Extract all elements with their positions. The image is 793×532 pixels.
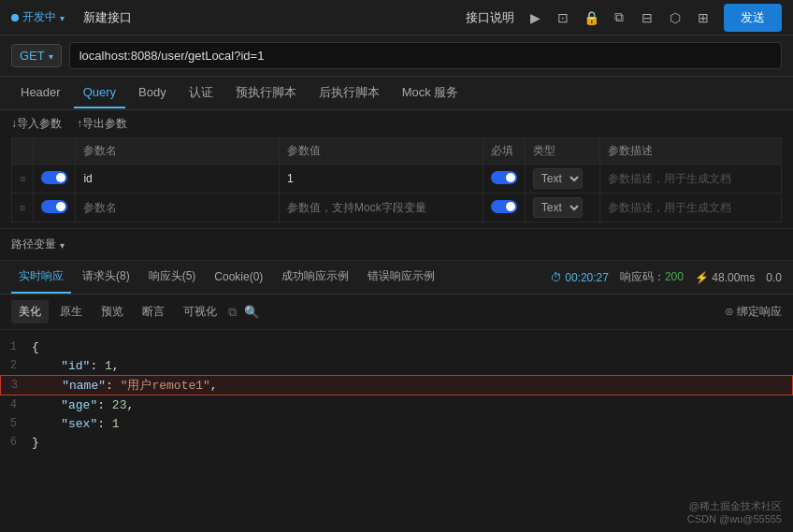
response-tabs: 实时响应 请求头(8) 响应头(5) Cookie(0) 成功响应示例 错误响应…	[0, 261, 793, 295]
path-vars-chevron-icon	[60, 238, 65, 252]
url-input[interactable]	[69, 42, 782, 69]
param-value-input-2[interactable]	[287, 201, 475, 214]
play-icon[interactable]: ▶	[526, 8, 544, 27]
drag-icon: ≡	[20, 173, 25, 184]
table-row: ≡ Text 参数描述，用于生成文档	[12, 194, 782, 223]
param-desc-1: 参数描述，用于生成文档	[608, 172, 731, 185]
tab-post-script[interactable]: 后执行脚本	[310, 77, 389, 110]
required-toggle-2[interactable]	[491, 200, 517, 213]
tab-cookie[interactable]: Cookie(0)	[207, 263, 270, 293]
attribution-line1: @稀土掘金技术社区	[687, 499, 782, 513]
row2-value[interactable]	[280, 194, 483, 223]
dev-badge[interactable]: 开发中	[11, 9, 65, 25]
toggle-switch-2[interactable]	[41, 200, 67, 213]
layout-icon[interactable]: ⊡	[554, 8, 572, 27]
row2-name[interactable]	[76, 194, 280, 223]
json-line-4: 4 "age": 23,	[0, 395, 793, 414]
path-vars-label: 路径变量	[11, 237, 56, 252]
tab-request-headers[interactable]: 请求头(8)	[75, 261, 137, 294]
json-content-3: "name": "用户remote1",	[29, 377, 792, 394]
url-bar: GET	[0, 36, 793, 77]
tab-success-example[interactable]: 成功响应示例	[274, 261, 356, 294]
col-required: 必填	[483, 138, 525, 165]
row1-value[interactable]	[280, 165, 483, 194]
path-vars-toggle[interactable]: 路径变量	[11, 237, 782, 252]
row2-desc[interactable]: 参数描述，用于生成文档	[599, 194, 781, 223]
bind-display-button[interactable]: ⊙ 绑定响应	[725, 304, 782, 320]
view-tab-raw[interactable]: 原生	[52, 300, 90, 324]
view-tab-visual[interactable]: 可视化	[176, 300, 224, 324]
view-tab-beautify[interactable]: 美化	[11, 300, 49, 324]
tab-header[interactable]: Header	[11, 78, 70, 108]
copy-icon[interactable]: ⧉	[610, 8, 628, 27]
response-time: ⏱ 00:20:27	[551, 271, 609, 284]
row2-drag: ≡	[12, 194, 34, 223]
row2-required[interactable]	[483, 194, 525, 223]
col-toggle	[34, 138, 76, 165]
toggle-switch-1[interactable]	[41, 171, 67, 184]
type-select-1[interactable]: Text	[533, 168, 583, 189]
col-param-name: 参数名	[76, 138, 280, 165]
param-name-input-2[interactable]	[83, 201, 271, 214]
tab-response-headers[interactable]: 响应头(5)	[141, 261, 204, 294]
response-meta: ⏱ 00:20:27 响应码：200 ⚡ 48.00ms 0.0	[551, 269, 782, 285]
send-button[interactable]: 发送	[724, 4, 782, 32]
view-extra-icons: ⧉ 🔍	[228, 305, 259, 320]
tab-realtime[interactable]: 实时响应	[11, 261, 71, 294]
line-num-2: 2	[0, 359, 28, 372]
row1-toggle[interactable]	[34, 165, 76, 194]
required-toggle-1[interactable]	[491, 171, 517, 184]
copy-response-icon[interactable]: ⧉	[228, 305, 237, 320]
type-select-2[interactable]: Text	[533, 197, 583, 218]
attribution: @稀土掘金技术社区 CSDN @wu@55555	[687, 499, 782, 525]
response-extra: 0.0	[766, 271, 782, 284]
time-value: 00:20:27	[565, 271, 609, 284]
tab-error-example[interactable]: 错误响应示例	[360, 261, 442, 294]
tab-mock[interactable]: Mock 服务	[393, 77, 469, 110]
row2-toggle[interactable]	[34, 194, 76, 223]
view-tabs: 美化 原生 预览 断言 可视化 ⧉ 🔍 ⊙ 绑定响应	[0, 295, 793, 330]
col-drag	[12, 138, 34, 165]
export-params-button[interactable]: ↑导出参数	[77, 116, 127, 132]
search-icon[interactable]: 🔍	[244, 305, 259, 319]
dev-chevron-icon	[60, 11, 65, 24]
line-num-3: 3	[1, 379, 29, 392]
json-viewer: 1 { 2 "id": 1, 3 "name": "用户remote1", 4 …	[0, 330, 793, 459]
new-interface-button[interactable]: 新建接口	[76, 7, 139, 29]
json-line-1: 1 {	[0, 338, 793, 356]
row1-desc[interactable]: 参数描述，用于生成文档	[599, 165, 781, 194]
tab-body[interactable]: Body	[129, 78, 176, 108]
json-content-2: "id": 1,	[28, 359, 793, 373]
row1-type[interactable]: Text	[525, 165, 599, 194]
col-param-value: 参数值	[280, 138, 483, 165]
import-params-button[interactable]: ↓导入参数	[11, 116, 62, 132]
method-selector[interactable]: GET	[11, 44, 62, 67]
line-num-5: 5	[0, 417, 28, 430]
lock-icon[interactable]: 🔒	[582, 8, 600, 27]
row1-required[interactable]	[483, 165, 525, 194]
response-code: 响应码：200	[620, 269, 684, 285]
tab-query[interactable]: Query	[74, 78, 125, 108]
response-size: ⚡ 48.00ms	[695, 271, 755, 284]
view-tab-assert[interactable]: 断言	[135, 300, 172, 324]
minus-icon[interactable]: ⊟	[638, 8, 656, 27]
row1-drag: ≡	[12, 165, 34, 194]
view-tab-preview[interactable]: 预览	[94, 300, 131, 324]
row1-name[interactable]	[76, 165, 280, 194]
attribution-line2: CSDN @wu@55555	[687, 513, 782, 525]
nav-tabs: Header Query Body 认证 预执行脚本 后执行脚本 Mock 服务	[0, 77, 793, 110]
param-name-input-1[interactable]	[83, 172, 271, 185]
param-value-input-1[interactable]	[287, 172, 475, 185]
grid-icon[interactable]: ⊞	[694, 8, 713, 27]
row2-type[interactable]: Text	[525, 194, 599, 223]
tab-pre-script[interactable]: 预执行脚本	[226, 77, 306, 110]
json-content-6: }	[28, 436, 793, 450]
top-icons: ▶ ⊡ 🔒 ⧉ ⊟ ⬡ ⊞	[526, 8, 713, 27]
share-icon[interactable]: ⬡	[666, 8, 685, 27]
tab-auth[interactable]: 认证	[180, 77, 223, 110]
json-line-3: 3 "name": "用户remote1",	[0, 375, 793, 395]
drag-icon: ≡	[20, 202, 25, 213]
json-line-2: 2 "id": 1,	[0, 356, 793, 375]
params-actions: ↓导入参数 ↑导出参数	[11, 116, 782, 132]
method-label: GET	[20, 49, 45, 63]
